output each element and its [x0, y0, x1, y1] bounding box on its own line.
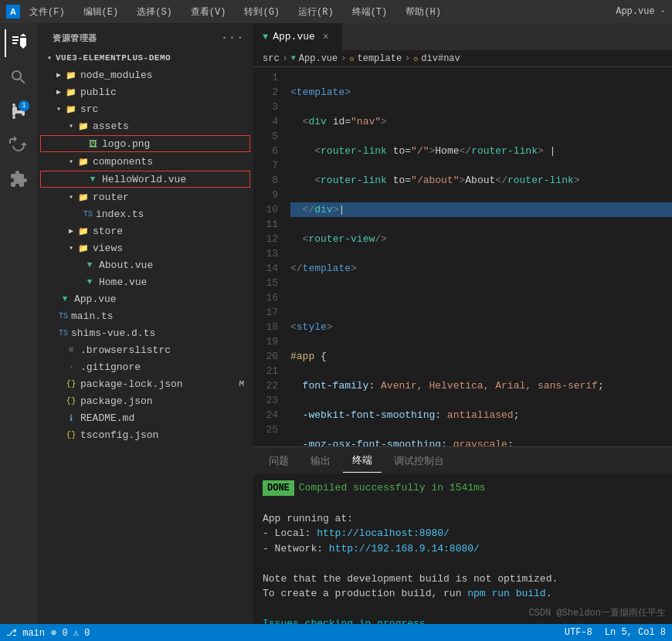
panel-tab-problems[interactable]: 问题	[260, 449, 298, 473]
menu-help[interactable]: 帮助(H)	[402, 4, 444, 20]
panel-tab-output[interactable]: 输出	[301, 449, 340, 473]
status-line: Ln 5, Col 8	[605, 627, 666, 638]
tab-appvue[interactable]: ▼ App.vue ×	[253, 23, 342, 50]
tree-item-label: assets	[93, 120, 129, 132]
tree-item-label: public	[80, 86, 117, 98]
terminal-line-local: - Local: http://localhost:8080/	[263, 526, 663, 541]
tree-item-label: package-lock.json	[80, 378, 183, 390]
editor-content[interactable]: 1234 5678 9101112 13141516 17181920 2122…	[253, 67, 672, 446]
folder-icon: 📁	[77, 225, 90, 237]
tree-item-label: tsconfig.json	[80, 429, 158, 441]
panel-tab-terminal[interactable]: 终端	[343, 449, 382, 473]
status-encoding: UTF-8	[565, 627, 592, 638]
vue-file-icon: ▼	[59, 293, 71, 305]
tree-item-label: About.vue	[99, 259, 153, 271]
tree-app-vue[interactable]: ▼ App.vue	[37, 290, 253, 307]
git-branch[interactable]: ⎇ main	[6, 627, 45, 639]
status-bar: ⎇ main ⊗ 0 ⚠ 0 UTF-8 Ln 5, Col 8	[0, 624, 672, 641]
menu-run[interactable]: 运行(R)	[295, 4, 337, 20]
tree-node-modules[interactable]: ▶ 📁 node_modules	[37, 66, 253, 83]
tree-logo-png[interactable]: 🖼 logo.png	[40, 135, 250, 152]
tab-label: App.vue	[273, 31, 315, 42]
code-lines[interactable]: <template> <div id="nav"> <router-link t…	[284, 67, 672, 446]
activity-debug[interactable]	[5, 131, 32, 159]
tree-item-label: src	[80, 103, 98, 115]
activity-bar: 1	[0, 23, 37, 624]
activity-extensions[interactable]	[5, 165, 32, 193]
tree-project-root[interactable]: ▾ VUE3-ELEMENTPLUS-DEMO	[37, 49, 253, 66]
menu-edit[interactable]: 编辑(E)	[80, 4, 122, 20]
no-arrow	[77, 276, 83, 288]
activity-explorer[interactable]	[5, 29, 32, 57]
activity-search[interactable]	[5, 63, 32, 91]
tree-views[interactable]: ▾ 📁 views	[37, 239, 253, 256]
menu-file[interactable]: 文件(F)	[26, 4, 68, 20]
sidebar-options[interactable]: ···	[221, 31, 244, 45]
tree-item-label: node_modules	[80, 70, 153, 81]
tree-home-vue[interactable]: ▼ Home.vue	[37, 273, 253, 290]
tree-item-label: logo.png	[102, 138, 150, 150]
menu-view[interactable]: 查看(V)	[188, 4, 229, 20]
menu-goto[interactable]: 转到(G)	[241, 4, 283, 20]
breadcrumb-divnav: ◇ div#nav	[413, 53, 460, 64]
ts-badge: TS	[83, 210, 93, 219]
npm-run-build[interactable]: npm run build	[467, 588, 545, 599]
tab-close-button[interactable]: ×	[320, 31, 332, 43]
tree-tsconfig-json[interactable]: {} tsconfig.json	[37, 426, 253, 443]
svg-text:A: A	[10, 7, 16, 16]
config-file-icon: ·	[65, 361, 77, 373]
project-name: VUE3-ELEMENTPLUS-DEMO	[56, 53, 171, 63]
tree-shims-ts[interactable]: TS shims-vue.d.ts	[37, 324, 253, 341]
tree-components[interactable]: ▾ 📁 components	[37, 153, 253, 170]
tree-item-label: components	[93, 156, 153, 168]
tree-store[interactable]: ▶ 📁 store	[37, 222, 253, 239]
breadcrumb-appvue: ▼ App.vue	[291, 53, 338, 64]
image-file-icon: 🖼	[87, 137, 99, 150]
tree-gitignore[interactable]: · .gitignore	[37, 358, 253, 375]
no-arrow	[80, 173, 87, 185]
folder-arrow-icon: ▶	[53, 86, 65, 98]
activity-scm[interactable]: 1	[5, 97, 32, 125]
title-bar: A 文件(F) 编辑(E) 选择(S) 查看(V) 转到(G) 运行(R) 终端…	[0, 0, 672, 23]
breadcrumb-label: div#nav	[421, 53, 460, 64]
done-badge: DONE	[263, 480, 294, 496]
ts-badge: TS	[59, 312, 68, 320]
tree-public[interactable]: ▶ 📁 public	[37, 83, 253, 100]
tree-helloworld-vue[interactable]: ▼ HelloWorld.vue	[40, 171, 250, 188]
panel-tab-debug[interactable]: 调试控制台	[385, 449, 453, 473]
tree-item-label: README.md	[80, 412, 134, 424]
menu-bar: 文件(F) 编辑(E) 选择(S) 查看(V) 转到(G) 运行(R) 终端(T…	[26, 4, 444, 20]
no-arrow	[53, 327, 59, 339]
tree-item-label: .browserslistrc	[80, 344, 171, 356]
tree-about-vue[interactable]: ▼ About.vue	[37, 256, 253, 273]
tree-browserslistrc[interactable]: ≡ .browserslistrc	[37, 341, 253, 358]
code-area[interactable]: 1234 5678 9101112 13141516 17181920 2122…	[253, 67, 672, 446]
tree-main-ts[interactable]: TS main.ts	[37, 307, 253, 324]
menu-select[interactable]: 选择(S)	[134, 4, 175, 20]
folder-icon: 📁	[65, 86, 77, 98]
tree-package-lock-json[interactable]: {} package-lock.json M	[37, 375, 253, 392]
folder-icon: 📁	[77, 155, 90, 168]
breadcrumb-src: src	[263, 53, 280, 64]
tree-src[interactable]: ▾ 📁 src	[37, 100, 253, 117]
terminal-panel: 问题 输出 终端 调试控制台 DONECompiled successfully…	[253, 446, 672, 624]
folder-icon: 📁	[65, 69, 77, 81]
breadcrumb-label: App.vue	[299, 53, 338, 64]
tree-readme-md[interactable]: ℹ README.md	[37, 409, 253, 426]
folder-arrow-icon: ▶	[65, 225, 77, 237]
compile-msg: Compiled successfully in 1541ms	[299, 482, 486, 493]
tree-index-ts[interactable]: TS index.ts	[37, 205, 253, 222]
menu-terminal[interactable]: 终端(T)	[349, 4, 391, 20]
tree-assets[interactable]: ▾ 📁 assets	[37, 117, 253, 134]
tree-router[interactable]: ▾ 📁 router	[37, 188, 253, 205]
terminal-line-running: App running at:	[263, 511, 663, 527]
no-arrow	[53, 378, 65, 390]
tree-item-label: router	[93, 192, 129, 203]
no-arrow	[77, 259, 83, 271]
terminal-content[interactable]: DONECompiled successfully in 1541ms App …	[253, 474, 672, 624]
local-url[interactable]: http://localhost:8080/	[317, 527, 450, 539]
tree-package-json[interactable]: {} package.json	[37, 392, 253, 409]
tree-item-label: store	[93, 226, 123, 237]
vue-file-icon: ▼	[87, 173, 99, 185]
network-url[interactable]: http://192.168.9.14:8080/	[329, 543, 480, 555]
